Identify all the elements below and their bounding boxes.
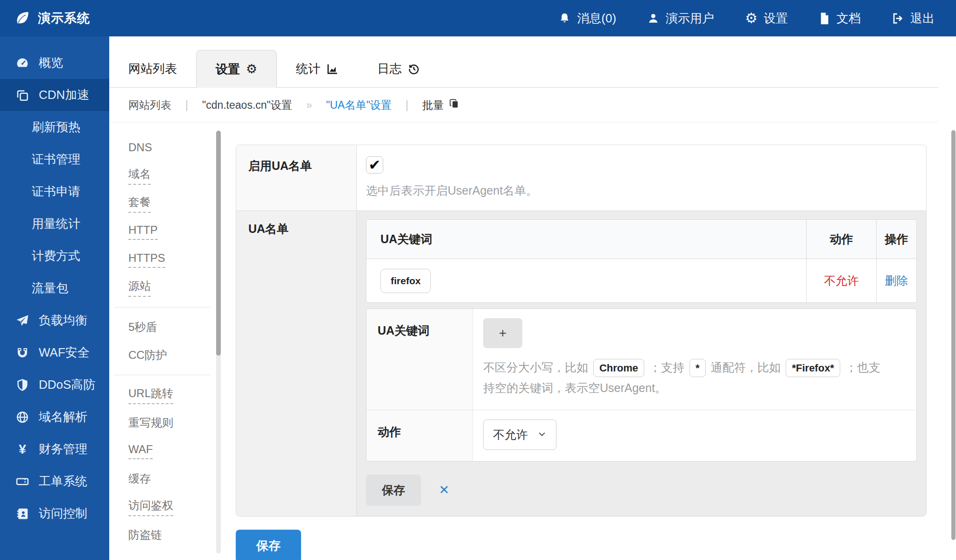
enable-ua-label: 启用UA名单 bbox=[236, 145, 357, 210]
sidebar-item-waf[interactable]: WAF安全 bbox=[0, 336, 109, 369]
chevron-down-icon bbox=[537, 428, 547, 441]
subnav-label: CC防护 bbox=[128, 348, 167, 363]
action-select[interactable]: 不允许 bbox=[483, 420, 556, 450]
checkmark-icon: ✔ bbox=[369, 158, 381, 172]
sidebar-item-refresh-prewarm[interactable]: 刷新预热 bbox=[0, 111, 109, 143]
table-row: firefox 不允许 删除 bbox=[366, 259, 916, 302]
tab-label: 网站列表 bbox=[128, 61, 177, 77]
gear-icon: ⚙ bbox=[745, 11, 758, 25]
subnav-label: WAF bbox=[128, 443, 153, 459]
tab-site-list[interactable]: 网站列表 bbox=[109, 50, 196, 87]
subnav-item-5s-shield[interactable]: 5秒盾 bbox=[109, 313, 215, 341]
tab-label: 设置 bbox=[216, 61, 240, 77]
delete-link[interactable]: 删除 bbox=[885, 273, 908, 288]
logout-button[interactable]: 退出 bbox=[892, 10, 935, 27]
subnav-item-cc-protect[interactable]: CC防护 bbox=[109, 341, 215, 369]
editor-cancel-button[interactable]: ✕ bbox=[439, 483, 450, 497]
hint-text: 通配符，比如 bbox=[711, 361, 781, 374]
ua-keyword-table: UA关键词 动作 操作 firefox 不允许 删除 bbox=[366, 219, 917, 303]
sidebar-item-dns-resolve[interactable]: 域名解析 bbox=[0, 401, 109, 433]
magnet-icon bbox=[14, 346, 31, 360]
app-window: 演示系统 消息(0) 演示用户 ⚙ 设置 bbox=[0, 0, 956, 560]
subnav-item-url-redirect[interactable]: URL跳转 bbox=[109, 381, 215, 409]
page-scrollbar-thumb[interactable] bbox=[951, 130, 956, 540]
keyword-input-row: UA关键词 + 不区分大小写，比如 Chrome ；支持 * 通配符，比如 *F… bbox=[366, 309, 916, 410]
subnav-divider bbox=[114, 375, 211, 375]
action-select-area: 不允许 bbox=[473, 410, 916, 461]
keyword-input-area: + 不区分大小写，比如 Chrome ；支持 * 通配符，比如 *Firefox… bbox=[473, 309, 916, 410]
docs-label: 文档 bbox=[836, 10, 861, 27]
subnav-label: 重写规则 bbox=[128, 415, 173, 430]
messages-button[interactable]: 消息(0) bbox=[558, 10, 616, 27]
subnav-scrollbar-thumb[interactable] bbox=[216, 131, 221, 356]
header-action: 动作 bbox=[806, 220, 876, 259]
sidebar-item-label: 刷新预热 bbox=[32, 119, 80, 135]
subnav-item-http[interactable]: HTTP bbox=[109, 217, 215, 245]
sidebar-item-cdn[interactable]: CDN加速 bbox=[0, 79, 109, 111]
add-keyword-button[interactable]: + bbox=[483, 318, 522, 348]
subnav-item-cache[interactable]: 缓存 bbox=[109, 465, 215, 493]
keyword-cell: firefox bbox=[366, 269, 806, 293]
sidebar-item-label: 概览 bbox=[39, 55, 63, 71]
keyword-editor-form: UA关键词 + 不区分大小写，比如 Chrome ；支持 * 通配符，比如 *F… bbox=[366, 308, 917, 462]
ua-list-label: UA名单 bbox=[236, 211, 357, 516]
subnav-item-waf[interactable]: WAF bbox=[109, 437, 215, 465]
batch-button[interactable]: 批量 bbox=[422, 98, 460, 112]
app-logo[interactable]: 演示系统 bbox=[14, 10, 90, 27]
operation-cell: 删除 bbox=[876, 259, 916, 302]
yen-icon: ¥ bbox=[14, 442, 31, 457]
sidebar-item-load-balancer[interactable]: 负载均衡 bbox=[0, 304, 109, 336]
sidebar-item-finance[interactable]: ¥ 财务管理 bbox=[0, 433, 109, 465]
address-book-icon bbox=[14, 507, 31, 521]
sidebar-item-label: DDoS高防 bbox=[39, 377, 95, 393]
subnav-label: 套餐 bbox=[128, 195, 151, 213]
subnav-item-plan[interactable]: 套餐 bbox=[109, 189, 215, 217]
sidebar-item-cert-manage[interactable]: 证书管理 bbox=[0, 143, 109, 175]
globe-icon bbox=[14, 410, 31, 424]
settings-label: 设置 bbox=[764, 10, 788, 27]
sidebar-item-usage-stats[interactable]: 用量统计 bbox=[0, 208, 109, 240]
user-menu[interactable]: 演示用户 bbox=[647, 10, 714, 27]
sidebar-item-tickets[interactable]: 工单系统 bbox=[0, 465, 109, 497]
subnav-item-origin[interactable]: 源站 bbox=[109, 273, 215, 301]
enable-ua-checkbox[interactable]: ✔ bbox=[366, 156, 383, 174]
document-icon bbox=[819, 12, 830, 25]
sidebar-item-access-control[interactable]: 访问控制 bbox=[0, 497, 109, 530]
save-button[interactable]: 保存 bbox=[236, 530, 301, 560]
ua-list-value: UA关键词 动作 操作 firefox 不允许 删除 bbox=[357, 211, 926, 516]
tab-settings[interactable]: 设置 ⚙ bbox=[196, 50, 277, 88]
tab-logs[interactable]: 日志 bbox=[358, 50, 439, 87]
sidebar-item-traffic-package[interactable]: 流量包 bbox=[0, 272, 109, 304]
dashboard-icon bbox=[14, 56, 31, 70]
sidebar-item-overview[interactable]: 概览 bbox=[0, 47, 109, 79]
subnav-item-domain[interactable]: 域名 bbox=[109, 161, 215, 189]
tabbar: 网站列表 设置 ⚙ 统计 日志 bbox=[109, 50, 938, 88]
sidebar-item-label: 工单系统 bbox=[39, 473, 87, 490]
sidebar-item-ddos[interactable]: DDoS高防 bbox=[0, 369, 109, 401]
subnav-item-rewrite-rules[interactable]: 重写规则 bbox=[109, 409, 215, 437]
docs-button[interactable]: 文档 bbox=[819, 10, 861, 27]
breadcrumb-site-settings[interactable]: "cdn.teaos.cn"设置 bbox=[202, 98, 292, 112]
shield-icon bbox=[14, 378, 31, 392]
sidebar-item-billing-method[interactable]: 计费方式 bbox=[0, 240, 109, 272]
breadcrumb-ua-settings-link[interactable]: "UA名单"设置 bbox=[326, 98, 392, 112]
sidebar-item-label: WAF安全 bbox=[39, 344, 90, 361]
subnav-item-hotlink[interactable]: 防盗链 bbox=[109, 521, 215, 549]
hint-example-tag: Chrome bbox=[593, 359, 644, 377]
sidebar-item-cert-apply[interactable]: 证书申请 bbox=[0, 175, 109, 208]
sign-out-icon bbox=[892, 12, 904, 25]
chart-area-icon bbox=[326, 63, 339, 75]
tab-label: 日志 bbox=[377, 61, 401, 77]
sidebar-item-label: 财务管理 bbox=[39, 441, 87, 457]
subnav-item-auth[interactable]: 访问鉴权 bbox=[109, 493, 215, 521]
sidebar-item-label: 证书申请 bbox=[32, 183, 80, 200]
action-select-value: 不允许 bbox=[493, 427, 528, 442]
subnav-item-dns[interactable]: DNS bbox=[109, 133, 215, 161]
paper-plane-icon bbox=[14, 314, 31, 328]
tab-stats[interactable]: 统计 bbox=[277, 50, 358, 87]
subnav-item-https[interactable]: HTTPS bbox=[109, 245, 215, 273]
breadcrumb-site-list[interactable]: 网站列表 bbox=[128, 98, 171, 112]
breadcrumb-separator: | bbox=[406, 99, 408, 112]
editor-save-button[interactable]: 保存 bbox=[366, 475, 421, 506]
settings-button[interactable]: ⚙ 设置 bbox=[745, 10, 788, 27]
